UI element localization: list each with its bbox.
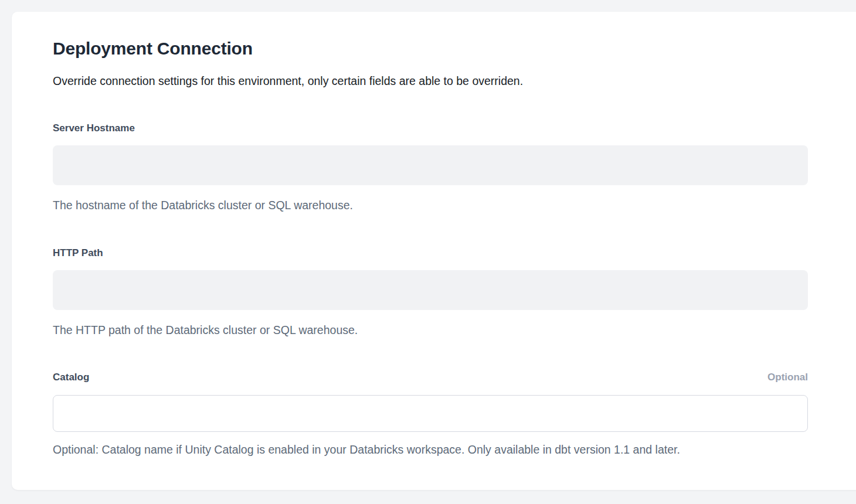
page-title: Deployment Connection xyxy=(53,39,808,59)
server-hostname-label: Server Hostname xyxy=(53,122,808,135)
deployment-connection-form: Deployment Connection Override connectio… xyxy=(53,12,808,457)
catalog-helper: Optional: Catalog name if Unity Catalog … xyxy=(53,442,808,457)
server-hostname-input xyxy=(53,145,808,185)
catalog-input[interactable] xyxy=(53,395,808,432)
http-path-label: HTTP Path xyxy=(53,247,808,260)
server-hostname-helper: The hostname of the Databricks cluster o… xyxy=(53,198,808,213)
catalog-optional-badge: Optional xyxy=(767,372,808,383)
settings-card: Deployment Connection Override connectio… xyxy=(12,12,856,490)
page-subtitle: Override connection settings for this en… xyxy=(53,73,808,88)
catalog-label-row: Catalog Optional xyxy=(53,371,808,384)
field-http-path: HTTP Path The HTTP path of the Databrick… xyxy=(53,247,808,338)
field-catalog: Catalog Optional Optional: Catalog name … xyxy=(53,371,808,457)
field-server-hostname: Server Hostname The hostname of the Data… xyxy=(53,122,808,213)
http-path-input xyxy=(53,270,808,310)
catalog-label: Catalog xyxy=(53,371,89,384)
http-path-helper: The HTTP path of the Databricks cluster … xyxy=(53,323,808,338)
